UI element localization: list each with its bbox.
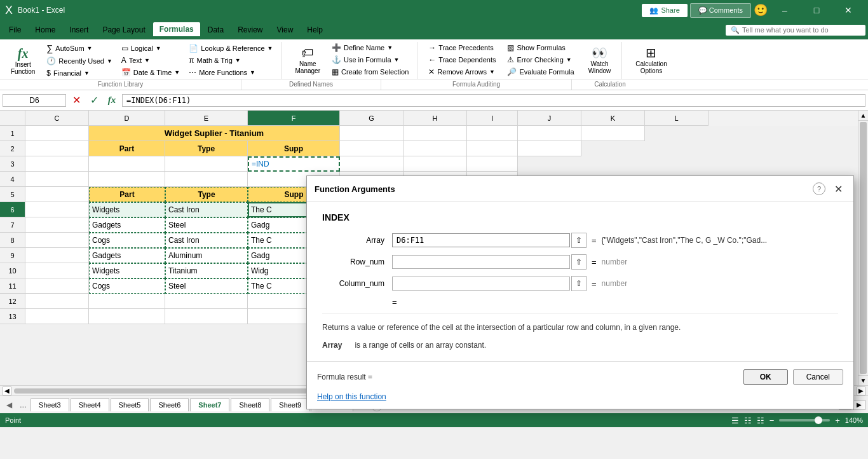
cell-c9[interactable]	[25, 248, 89, 263]
cell-e3[interactable]	[165, 156, 248, 172]
function-cancel-button[interactable]: ✕	[69, 93, 84, 108]
insert-function-button[interactable]: fx Insert Function	[5, 43, 41, 78]
sheet-tab-sheet5[interactable]: Sheet5	[111, 398, 149, 411]
row-header-2[interactable]: 2	[0, 141, 25, 156]
row-header-6[interactable]: 6	[0, 202, 25, 217]
row-header-7[interactable]: 7	[0, 217, 25, 233]
cell-f3[interactable]: =IND	[248, 156, 340, 172]
cell-c5[interactable]	[25, 187, 89, 202]
scroll-right-button[interactable]: ▶	[857, 387, 865, 395]
zoom-in-button[interactable]: +	[835, 416, 840, 425]
cell-d3[interactable]	[89, 156, 165, 172]
dialog-cancel-button[interactable]: Cancel	[793, 369, 843, 385]
error-checking-button[interactable]: ⚠ Error Checking ▼	[504, 54, 577, 65]
financial-button[interactable]: $ Financial ▼	[43, 67, 115, 79]
sheet-tab-sheet9[interactable]: Sheet9	[271, 398, 309, 411]
cell-d12[interactable]	[89, 294, 165, 309]
cell-d5[interactable]: Part	[89, 187, 165, 202]
search-input[interactable]	[742, 26, 857, 34]
cell-d2[interactable]: Part	[89, 141, 165, 156]
autosum-button[interactable]: ∑ AutoSum ▼	[43, 42, 115, 55]
cell-d4[interactable]	[89, 172, 165, 187]
menu-home[interactable]: Home	[29, 23, 62, 37]
scroll-up-button[interactable]: ▲	[858, 111, 868, 121]
view-page-layout-button[interactable]: ☷	[744, 416, 752, 425]
text-button[interactable]: A Text ▼	[118, 55, 183, 66]
cell-e4[interactable]	[165, 172, 248, 187]
cell-c7[interactable]	[25, 217, 89, 233]
dialog-colnum-collapse-button[interactable]: ⇧	[571, 276, 587, 291]
cell-g2[interactable]	[340, 141, 403, 156]
watch-window-button[interactable]: 👀 Watch Window	[583, 42, 617, 78]
row-header-11[interactable]: 11	[0, 278, 25, 294]
cell-c6[interactable]	[25, 202, 89, 217]
cell-c3[interactable]	[25, 156, 89, 172]
insert-function-bar-button[interactable]: fx	[104, 93, 119, 108]
menu-page-layout[interactable]: Page Layout	[96, 23, 151, 37]
view-normal-button[interactable]: ☰	[731, 416, 739, 425]
col-header-i[interactable]: I	[467, 111, 518, 126]
cell-e11[interactable]: Steel	[165, 278, 248, 294]
cell-f2[interactable]: Supp	[248, 141, 340, 156]
cell-e6[interactable]: Cast Iron	[165, 202, 248, 217]
menu-formulas[interactable]: Formulas	[153, 22, 200, 38]
zoom-slider[interactable]	[779, 419, 830, 421]
dialog-rownum-collapse-button[interactable]: ⇧	[571, 254, 587, 270]
sheet-nav-prev[interactable]: ◀	[3, 399, 16, 411]
cell-i1[interactable]	[467, 126, 518, 141]
evaluate-formula-button[interactable]: 🔎 Evaluate Formula	[504, 66, 577, 78]
row-header-13[interactable]: 13	[0, 309, 25, 324]
formula-input[interactable]	[122, 94, 865, 107]
col-header-c[interactable]: C	[25, 111, 89, 126]
col-header-l[interactable]: L	[645, 111, 709, 126]
dialog-help-link[interactable]: Help on this function	[317, 392, 386, 401]
menu-insert[interactable]: Insert	[63, 23, 95, 37]
function-arguments-dialog[interactable]: Function Arguments ? ✕ INDEX Array ⇧ = {…	[306, 175, 854, 409]
cell-h3[interactable]	[403, 156, 467, 172]
dialog-array-collapse-button[interactable]: ⇧	[571, 233, 587, 248]
maximize-button[interactable]: □	[802, 0, 831, 20]
row-header-3[interactable]: 3	[0, 156, 25, 172]
row-header-1[interactable]: 1	[0, 126, 25, 141]
scrollbar-thumb-v[interactable]	[860, 122, 867, 374]
dialog-ok-button[interactable]: OK	[743, 369, 788, 385]
define-name-button[interactable]: ➕ Define Name ▼	[329, 42, 412, 53]
cell-c1[interactable]	[25, 126, 89, 141]
menu-file[interactable]: File	[3, 23, 27, 37]
cell-e9[interactable]: Aluminum	[165, 248, 248, 263]
calculation-options-button[interactable]: ⊞ Calculation Options	[630, 42, 672, 78]
close-button[interactable]: ✕	[834, 0, 863, 20]
cell-e13[interactable]	[165, 309, 248, 324]
function-confirm-button[interactable]: ✓	[86, 93, 102, 108]
dialog-rownum-input[interactable]	[392, 255, 570, 269]
name-box[interactable]	[3, 94, 66, 107]
cell-e12[interactable]	[165, 294, 248, 309]
cell-j2[interactable]	[518, 141, 581, 156]
col-header-k[interactable]: K	[581, 111, 645, 126]
dialog-help-button[interactable]: ?	[813, 182, 825, 195]
menu-view[interactable]: View	[271, 23, 300, 37]
sheet-tab-sheet7[interactable]: Sheet7	[190, 398, 229, 411]
menu-review[interactable]: Review	[231, 23, 269, 37]
create-from-selection-button[interactable]: ▦ Create from Selection	[329, 66, 412, 78]
date-time-button[interactable]: 📅 Date & Time ▼	[118, 67, 183, 78]
cell-k1[interactable]	[581, 126, 645, 141]
remove-arrows-button[interactable]: ✕ Remove Arrows ▼	[425, 66, 499, 78]
row-header-10[interactable]: 10	[0, 263, 25, 278]
cell-e5[interactable]: Type	[165, 187, 248, 202]
cell-d13[interactable]	[89, 309, 165, 324]
name-manager-button[interactable]: 🏷 Name Manager	[290, 43, 326, 78]
cell-h2[interactable]	[403, 141, 467, 156]
trace-precedents-button[interactable]: → Trace Precedents	[425, 42, 499, 53]
comments-button[interactable]: 💬 Comments	[690, 3, 751, 18]
trace-dependents-button[interactable]: ← Trace Dependents	[425, 54, 499, 65]
cell-d10[interactable]: Widgets	[89, 263, 165, 278]
sheet-tab-sheet3[interactable]: Sheet3	[31, 398, 69, 411]
cell-c4[interactable]	[25, 172, 89, 187]
sheet-tab-sheet4[interactable]: Sheet4	[71, 398, 109, 411]
cell-d11[interactable]: Cogs	[89, 278, 165, 294]
cell-c13[interactable]	[25, 309, 89, 324]
share-button[interactable]: 👥 Share	[642, 4, 687, 17]
cell-e7[interactable]: Steel	[165, 217, 248, 233]
cell-h1[interactable]	[403, 126, 467, 141]
